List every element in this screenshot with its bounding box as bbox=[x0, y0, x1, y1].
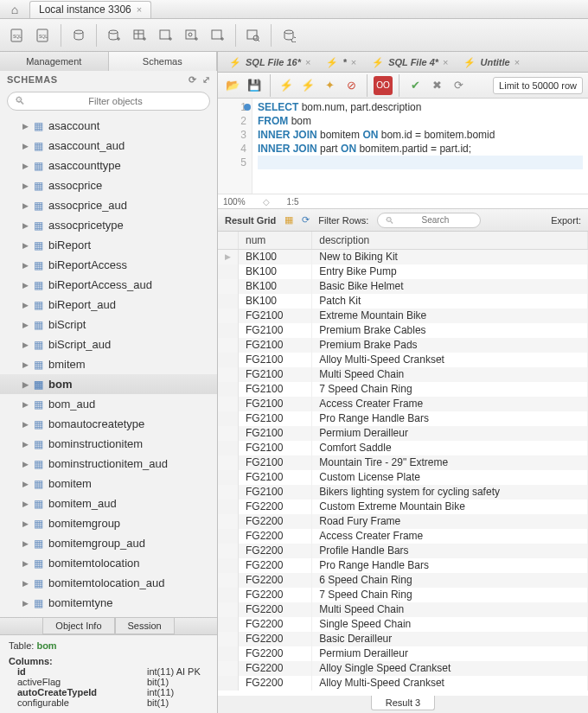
sql-editor[interactable]: 12345 SELECT bom.num, part.description F… bbox=[218, 99, 588, 194]
row-handle[interactable] bbox=[218, 529, 239, 544]
row-handle[interactable] bbox=[218, 323, 239, 338]
table-row[interactable]: FG2100Alloy Multi-Speed Crankset bbox=[218, 353, 588, 367]
execute-step-icon[interactable]: ⚡ bbox=[298, 76, 317, 95]
row-handle[interactable] bbox=[218, 514, 239, 529]
tree-item[interactable]: ▶▦biScript_aud bbox=[0, 334, 217, 354]
row-handle[interactable] bbox=[218, 455, 239, 470]
table-row[interactable]: FG2200Alloy Multi-Speed Crankset bbox=[218, 676, 588, 691]
query-tab[interactable]: ⚡SQL File 16*× bbox=[221, 53, 318, 72]
table-row[interactable]: BK100Entry Bike Pump bbox=[218, 264, 588, 279]
commit-icon[interactable]: OO bbox=[374, 76, 393, 95]
row-handle[interactable] bbox=[218, 309, 239, 323]
table-row[interactable]: FG2100Permium Derailleur bbox=[218, 426, 588, 441]
expand-icon[interactable]: ⤢ bbox=[202, 74, 211, 86]
row-handle[interactable] bbox=[218, 602, 239, 617]
table-row[interactable]: FG21007 Speed Chain Ring bbox=[218, 382, 588, 397]
table-row[interactable]: FG2200Multi Speed Chain bbox=[218, 602, 588, 617]
close-icon[interactable]: × bbox=[351, 57, 356, 67]
table-row[interactable]: FG2100Pro Range Handle Bars bbox=[218, 411, 588, 426]
row-handle[interactable] bbox=[218, 441, 239, 455]
tree-item[interactable]: ▶▦assocpricetype bbox=[0, 215, 217, 235]
table-row[interactable]: FG2100Mountain Tire - 29" Extreme bbox=[218, 455, 588, 470]
stop-icon[interactable]: ⊘ bbox=[342, 76, 361, 95]
tree-item[interactable]: ▶▦biReportAccess_aud bbox=[0, 275, 217, 295]
table-row[interactable]: FG2100Bikers lighting system for cycling… bbox=[218, 485, 588, 500]
table-row[interactable]: FG22007 Speed Chain Ring bbox=[218, 588, 588, 602]
tree-item[interactable]: ▶▦bomautocreatetype bbox=[0, 414, 217, 434]
autocommit-off-icon[interactable]: ✖ bbox=[427, 76, 446, 95]
open-folder-icon[interactable]: 📂 bbox=[223, 76, 242, 95]
grid-view-icon[interactable]: ▦ bbox=[284, 214, 293, 226]
row-handle[interactable] bbox=[218, 426, 239, 441]
row-handle[interactable] bbox=[218, 397, 239, 411]
row-limit-select[interactable]: Limit to 50000 row bbox=[493, 77, 583, 94]
table-row[interactable]: FG2200Profile Handle Bars bbox=[218, 544, 588, 558]
tab-session[interactable]: Session bbox=[115, 618, 175, 634]
table-row[interactable]: FG22006 Speed Chain Ring bbox=[218, 573, 588, 588]
filter-rows-input[interactable]: 🔍︎ bbox=[377, 213, 481, 228]
close-icon[interactable]: × bbox=[443, 57, 448, 67]
table-row[interactable]: FG2200Pro Range Handle Bars bbox=[218, 558, 588, 573]
tree-item[interactable]: ▶▦bomitemgroup bbox=[0, 513, 217, 533]
table-row[interactable]: FG2100Premium Brake Cables bbox=[218, 323, 588, 338]
table-row[interactable]: FG2100Custom License Plate bbox=[218, 470, 588, 485]
row-handle[interactable]: ▶ bbox=[218, 250, 239, 264]
toggle-icon[interactable]: ⟳ bbox=[449, 76, 468, 95]
tree-item[interactable]: ▶▦bomitem_aud bbox=[0, 493, 217, 513]
connection-tab[interactable]: Local instance 3306 × bbox=[29, 1, 151, 18]
row-handle[interactable] bbox=[218, 411, 239, 426]
table-row[interactable]: ▶BK100New to Biking Kit bbox=[218, 250, 588, 264]
tree-item[interactable]: ▶▦assocprice_aud bbox=[0, 195, 217, 215]
row-handle[interactable] bbox=[218, 338, 239, 353]
sql-file-new-icon[interactable]: SQL bbox=[5, 23, 29, 48]
tree-item[interactable]: ▶▦asaccounttype bbox=[0, 156, 217, 175]
result-tab[interactable]: Result 3 bbox=[371, 696, 435, 710]
table-row[interactable]: FG2200Basic Derailleur bbox=[218, 632, 588, 646]
row-handle[interactable] bbox=[218, 485, 239, 500]
close-icon[interactable]: × bbox=[305, 57, 310, 67]
refresh-results-icon[interactable]: ⟳ bbox=[302, 214, 310, 226]
row-handle[interactable] bbox=[218, 646, 239, 661]
db-inspect-icon[interactable] bbox=[67, 23, 91, 48]
row-handle[interactable] bbox=[218, 353, 239, 367]
table-row[interactable]: BK100Patch Kit bbox=[218, 294, 588, 309]
tab-management[interactable]: Management bbox=[0, 52, 109, 71]
refresh-icon[interactable]: ⟳ bbox=[189, 74, 197, 86]
row-handle[interactable] bbox=[218, 617, 239, 632]
row-handle[interactable] bbox=[218, 500, 239, 514]
tree-item[interactable]: ▶▦bomitemgroup_aud bbox=[0, 533, 217, 553]
column-header[interactable]: description bbox=[312, 232, 588, 250]
table-row[interactable]: FG2100Premium Brake Pads bbox=[218, 338, 588, 353]
row-handle[interactable] bbox=[218, 588, 239, 602]
tree-item[interactable]: ▶▦asaccount_aud bbox=[0, 136, 217, 156]
tree-item[interactable]: ▶▦bomitemtyne bbox=[0, 593, 217, 613]
tree-item[interactable]: ▶▦bom bbox=[0, 374, 217, 394]
tab-object-info[interactable]: Object Info bbox=[42, 618, 114, 634]
table-row[interactable]: FG2200Alloy Single Speed Crankset bbox=[218, 661, 588, 676]
row-handle[interactable] bbox=[218, 573, 239, 588]
func-add-icon[interactable] bbox=[206, 23, 230, 48]
filter-field[interactable] bbox=[29, 96, 202, 106]
table-row[interactable]: FG2100Access Creater Frame bbox=[218, 397, 588, 411]
autocommit-on-icon[interactable]: ✔ bbox=[406, 76, 425, 95]
row-handle[interactable] bbox=[218, 661, 239, 676]
result-grid[interactable]: numdescription▶BK100New to Biking KitBK1… bbox=[218, 232, 588, 696]
proc-add-icon[interactable] bbox=[180, 23, 204, 48]
tree-item[interactable]: ▶▦biReportAccess bbox=[0, 255, 217, 275]
save-icon[interactable]: 💾 bbox=[245, 76, 264, 95]
code-area[interactable]: SELECT bom.num, part.description FROM bo… bbox=[252, 99, 588, 194]
tree-item[interactable]: ▶▦biReport bbox=[0, 235, 217, 255]
table-row[interactable]: FG2200Road Fury Frame bbox=[218, 514, 588, 529]
query-tab[interactable]: ⚡*× bbox=[318, 53, 364, 72]
db-reconnect-icon[interactable] bbox=[277, 23, 301, 48]
breakpoint-dot[interactable] bbox=[244, 104, 251, 111]
tree-item[interactable]: ▶▦bmitem bbox=[0, 354, 217, 374]
search-table-icon[interactable] bbox=[241, 23, 265, 48]
row-handle[interactable] bbox=[218, 367, 239, 382]
filter-objects-input[interactable]: 🔍︎ bbox=[7, 92, 210, 111]
table-row[interactable]: FG2100Extreme Mountain Bike bbox=[218, 309, 588, 323]
execute-icon[interactable]: ⚡ bbox=[277, 76, 296, 95]
row-handle[interactable] bbox=[218, 544, 239, 558]
row-handle[interactable] bbox=[218, 470, 239, 485]
row-handle[interactable] bbox=[218, 558, 239, 573]
